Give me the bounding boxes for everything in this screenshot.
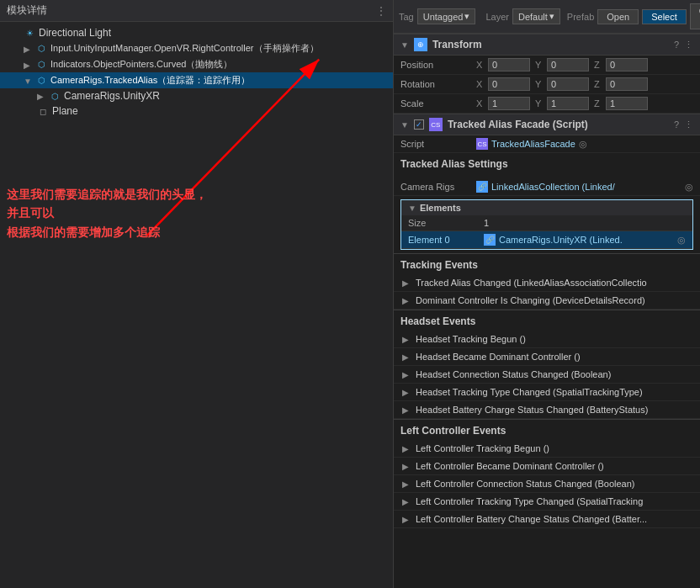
hierarchy-item-label: Directional Light [39, 27, 111, 39]
script-icon: CS [429, 118, 443, 131]
overrides-button[interactable]: Overrides ▾ [690, 3, 700, 29]
circle-target-icon[interactable]: ◎ [685, 182, 693, 193]
elements-toggle-icon[interactable]: ▼ [408, 204, 416, 213]
element-0-label: Element 0 [408, 235, 484, 245]
event-expand-icon: ▶ [400, 405, 411, 415]
script-field-value: CS TrackedAliasFacade ◎ [476, 138, 587, 150]
headset-event-1[interactable]: ▶ Headset Became Dominant Controller () [394, 348, 700, 366]
hierarchy-item-camera-rigs-tracked[interactable]: ▼ ⬡ CameraRigs.TrackedAlias（追踪器：追踪作用） [0, 72, 393, 88]
x-axis-label: X [476, 79, 486, 89]
x-axis-label: X [476, 98, 486, 109]
scale-y-group: Y [535, 97, 589, 110]
top-toolbar: Tag Untagged ▾ Layer Default ▾ Prefab Op… [394, 0, 700, 34]
y-axis-label: Y [535, 60, 545, 70]
rotation-x-input[interactable] [488, 77, 530, 91]
element-0-row: Element 0 🔗 CameraRigs.UnityXR (Linked. … [401, 231, 692, 249]
hierarchy-list: ☀ Directional Light ▶ ⬡ Input.UnityInput… [0, 22, 393, 122]
link-icon: 🔗 [484, 234, 496, 246]
hierarchy-item-indicators[interactable]: ▶ ⬡ Indicators.ObjectPointers.Curved（抛物线… [0, 56, 393, 72]
rotation-z-input[interactable] [606, 77, 648, 91]
layer-dropdown[interactable]: Default ▾ [512, 8, 560, 24]
settings-title: Tracked Alias Settings [400, 158, 693, 170]
gear-icon[interactable]: ⋮ [684, 40, 693, 50]
headset-event-label-4: Headset Battery Charge Status Changed (B… [416, 405, 648, 415]
script-file-icon: CS [476, 138, 488, 150]
headset-event-2[interactable]: ▶ Headset Connection Status Changed (Boo… [394, 366, 700, 384]
open-button[interactable]: Open [597, 9, 639, 24]
x-axis-label: X [476, 60, 486, 70]
left-controller-event-2[interactable]: ▶ Left Controller Connection Status Chan… [394, 475, 700, 493]
script-collapse-icon[interactable]: ▼ [400, 120, 409, 130]
rotation-y-input[interactable] [547, 77, 589, 91]
hierarchy-item-camera-rigs-unity[interactable]: ▶ ⬡ CameraRigs.UnityXR [0, 88, 393, 103]
left-controller-event-0[interactable]: ▶ Left Controller Tracking Begun () [394, 440, 700, 458]
panel-menu-icon[interactable]: ⋮ [376, 5, 386, 17]
scale-x-input[interactable] [488, 97, 530, 110]
tag-dropdown[interactable]: Untagged ▾ [417, 8, 476, 24]
left-controller-event-4[interactable]: ▶ Left Controller Battery Change Status … [394, 511, 700, 528]
left-controller-event-label-1: Left Controller Became Dominant Controll… [416, 461, 604, 471]
event-expand-icon: ▶ [400, 278, 411, 288]
transform-section-header: ▼ ⊕ Transform ? ⋮ [394, 34, 700, 56]
position-label: Position [400, 60, 476, 70]
script-field-label: Script [400, 139, 476, 149]
gear-icon[interactable]: ⋮ [684, 119, 693, 130]
element-0-filename: CameraRigs.UnityXR (Linked. [499, 235, 623, 245]
script-filename: TrackedAliasFacade [491, 139, 575, 149]
position-values: X Y Z [476, 58, 693, 72]
position-y-input[interactable] [547, 58, 589, 72]
hierarchy-item-input-manager[interactable]: ▶ ⬡ Input.UnityInputManager.OpenVR.Right… [0, 40, 393, 56]
event-label-1: Dominant Controller Is Changing (DeviceD… [416, 295, 645, 305]
event-expand-icon: ▶ [400, 496, 411, 506]
headset-event-4[interactable]: ▶ Headset Battery Charge Status Changed … [394, 401, 700, 419]
elements-size-row: Size 1 [401, 215, 692, 231]
position-z-input[interactable] [606, 58, 648, 72]
transform-collapse-icon[interactable]: ▼ [400, 40, 409, 50]
circle-target-icon[interactable]: ◎ [677, 235, 686, 246]
script-section-left: ▼ ✓ CS Tracked Alias Facade (Script) [400, 118, 588, 131]
tracking-event-1[interactable]: ▶ Dominant Controller Is Changing (Devic… [394, 292, 700, 310]
position-x-input[interactable] [488, 58, 530, 72]
headset-events-title: Headset Events [394, 310, 700, 331]
annotation-text: 这里我们需要追踪的就是我们的头显，并且可以 根据我们的需要增加多个追踪 [7, 185, 209, 241]
camera-rigs-label: Camera Rigs [400, 182, 476, 192]
event-expand-icon: ▶ [400, 334, 411, 344]
expand-icon: ▶ [37, 92, 45, 100]
y-axis-label: Y [535, 79, 545, 89]
position-row: Position X Y Z [394, 56, 700, 75]
hierarchy-item-directional-light[interactable]: ☀ Directional Light [0, 25, 393, 40]
scale-y-input[interactable] [547, 97, 589, 110]
position-z-group: Z [594, 58, 648, 72]
headset-event-0[interactable]: ▶ Headset Tracking Begun () [394, 331, 700, 348]
script-checkbox[interactable]: ✓ [414, 119, 424, 130]
event-expand-icon: ▶ [400, 352, 411, 362]
z-axis-label: Z [594, 60, 604, 70]
rotation-x-group: X [476, 77, 530, 91]
hierarchy-item-plane[interactable]: ◻ Plane [0, 103, 393, 119]
camera-rigs-row: Camera Rigs 🔗 LinkedAliasCollection (Lin… [394, 178, 700, 196]
headset-event-label-2: Headset Connection Status Changed (Boole… [416, 369, 611, 379]
scale-z-input[interactable] [606, 97, 648, 110]
headset-event-3[interactable]: ▶ Headset Tracking Type Changed (Spatial… [394, 384, 700, 401]
expand-icon: ▶ [24, 45, 32, 53]
transform-title: Transform [432, 39, 482, 50]
left-controller-event-3[interactable]: ▶ Left Controller Tracking Type Changed … [394, 493, 700, 511]
position-y-group: Y [535, 58, 589, 72]
left-controller-events-title: Left Controller Events [394, 419, 700, 440]
event-expand-icon: ▶ [400, 514, 411, 524]
left-controller-event-label-3: Left Controller Tracking Type Changed (S… [416, 496, 643, 506]
y-axis-label: Y [535, 98, 545, 109]
elements-title: Elements [420, 203, 461, 213]
left-controller-event-1[interactable]: ▶ Left Controller Became Dominant Contro… [394, 458, 700, 475]
question-icon[interactable]: ? [674, 119, 679, 130]
script-title: Tracked Alias Facade (Script) [448, 119, 588, 130]
cube-icon: ⬡ [49, 90, 61, 102]
tracking-events-title: Tracking Events [394, 253, 700, 274]
circle-target-icon[interactable]: ◎ [579, 139, 587, 150]
select-button[interactable]: Select [642, 9, 687, 24]
event-expand-icon: ▶ [400, 443, 411, 453]
question-icon[interactable]: ? [674, 40, 679, 50]
event-expand-icon: ▶ [400, 479, 411, 489]
tracking-event-0[interactable]: ▶ Tracked Alias Changed (LinkedAliasAsso… [394, 274, 700, 292]
cube-icon: ⬡ [35, 75, 47, 87]
